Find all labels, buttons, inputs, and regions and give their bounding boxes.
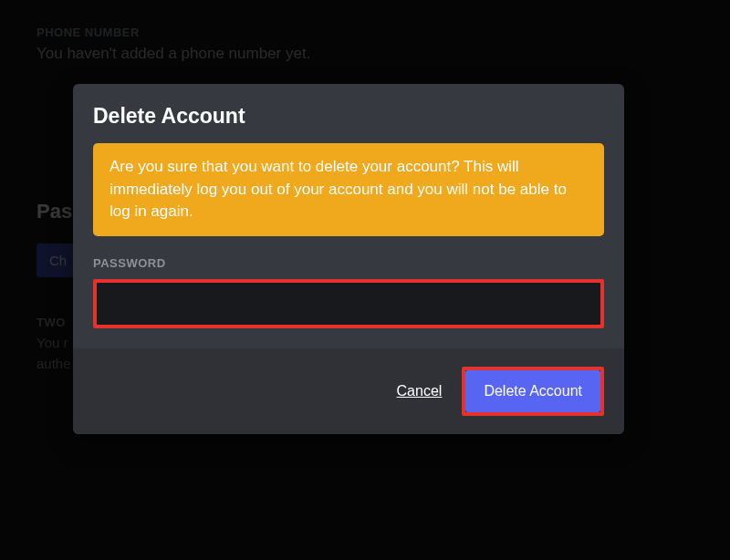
warning-message: Are you sure that you want to delete you… xyxy=(93,143,604,236)
password-field-label: PASSWORD xyxy=(93,256,604,270)
modal-body: Are you sure that you want to delete you… xyxy=(73,143,624,348)
modal-header: Delete Account xyxy=(73,84,624,143)
password-input-highlight xyxy=(93,279,604,328)
cancel-button[interactable]: Cancel xyxy=(397,383,443,399)
password-input[interactable] xyxy=(97,283,600,325)
delete-account-modal: Delete Account Are you sure that you wan… xyxy=(73,84,624,434)
modal-title: Delete Account xyxy=(93,104,604,129)
delete-button-highlight: Delete Account xyxy=(462,367,604,416)
modal-footer: Cancel Delete Account xyxy=(73,348,624,434)
delete-account-button[interactable]: Delete Account xyxy=(465,370,600,412)
